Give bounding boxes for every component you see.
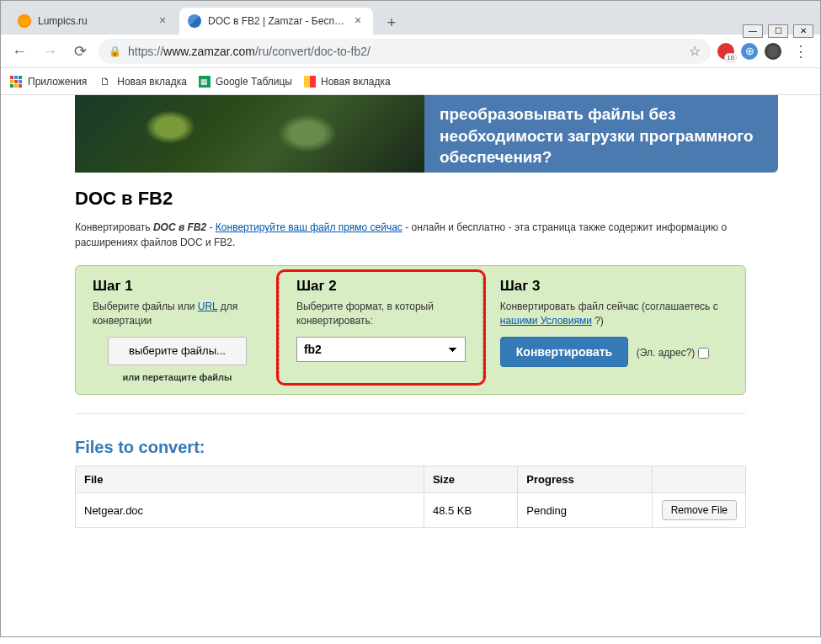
url-text: https://www.zamzar.com/ru/convert/doc-to… xyxy=(128,45,682,58)
format-select[interactable]: fb2 xyxy=(296,337,466,362)
banner-text: преобразовывать файлы без необходимости … xyxy=(424,95,778,173)
convert-button[interactable]: Конвертировать xyxy=(500,337,628,367)
tab-lumpics[interactable]: Lumpics.ru × xyxy=(9,8,178,35)
globe-icon[interactable]: ⊕ xyxy=(741,43,758,60)
cell-size: 48.5 KB xyxy=(424,493,517,528)
hero-banner: преобразовывать файлы без необходимости … xyxy=(75,95,778,173)
browser-window: Lumpics.ru × DOC в FB2 | Zamzar - Беспла… xyxy=(0,0,821,637)
col-file: File xyxy=(76,466,424,493)
page-subtitle: Конвертировать DOC в FB2 - Конвертируйте… xyxy=(75,220,732,250)
close-icon[interactable]: × xyxy=(156,14,169,28)
step-2: Шаг 2 Выберите формат, в который конверт… xyxy=(280,278,483,382)
col-size: Size xyxy=(424,466,517,493)
convert-now-link[interactable]: Конвертируйте ваш файл прямо сейчас xyxy=(216,221,403,233)
svg-rect-4 xyxy=(14,80,18,83)
step-desc: Выберите файлы или URL для конвертации xyxy=(93,300,262,328)
bookmark-label: Приложения xyxy=(28,76,87,88)
tab-title: DOC в FB2 | Zamzar - Бесплатна xyxy=(208,15,348,27)
forward-button[interactable]: → xyxy=(38,40,61,63)
svg-rect-8 xyxy=(19,84,22,88)
page-content: преобразовывать файлы без необходимости … xyxy=(1,95,820,636)
extension-badge: 10 xyxy=(724,53,737,62)
lock-icon: 🔒 xyxy=(109,45,121,57)
cell-filename: Netgear.doc xyxy=(76,493,424,528)
maximize-button[interactable]: ☐ xyxy=(768,24,788,38)
step-1: Шаг 1 Выберите файлы или URL для конверт… xyxy=(76,278,280,382)
svg-rect-6 xyxy=(10,84,13,88)
step-desc: Выберите формат, в который конвертироват… xyxy=(296,300,466,328)
svg-rect-2 xyxy=(19,76,22,79)
page-heading: DOC в FB2 xyxy=(75,188,746,210)
terms-link[interactable]: нашими Условиями xyxy=(500,315,592,327)
close-button[interactable]: ✕ xyxy=(793,24,813,38)
reload-button[interactable]: ⟳ xyxy=(68,40,92,63)
table-row: Netgear.doc 48.5 KB Pending Remove File xyxy=(76,493,746,528)
step-3: Шаг 3 Конвертировать файл сейчас (соглаш… xyxy=(483,278,745,382)
address-bar[interactable]: 🔒 https://www.zamzar.com/ru/convert/doc-… xyxy=(99,39,711,64)
steps-panel: Шаг 1 Выберите файлы или URL для конверт… xyxy=(75,265,746,395)
window-controls: — ☐ ✕ xyxy=(743,24,813,38)
step-title: Шаг 2 xyxy=(296,278,466,295)
svg-rect-1 xyxy=(14,76,18,79)
yandex-icon xyxy=(304,76,316,88)
favicon-lumpics xyxy=(18,14,31,28)
bookmark-label: Google Таблицы xyxy=(216,76,292,88)
bookmark-label: Новая вкладка xyxy=(117,76,187,88)
svg-rect-5 xyxy=(19,80,22,83)
files-table: File Size Progress Netgear.doc 48.5 KB P… xyxy=(75,466,746,528)
files-heading: Files to convert: xyxy=(75,438,746,457)
svg-rect-3 xyxy=(10,80,13,83)
menu-button[interactable]: ⋮ xyxy=(788,42,813,61)
email-checkbox[interactable] xyxy=(698,348,709,359)
drag-hint: или перетащите файлы xyxy=(93,372,262,382)
profile-avatar[interactable] xyxy=(765,43,781,60)
back-button[interactable]: ← xyxy=(8,40,31,63)
col-progress: Progress xyxy=(518,466,652,493)
minimize-button[interactable]: — xyxy=(743,24,763,38)
apps-icon xyxy=(9,75,23,88)
step-title: Шаг 1 xyxy=(93,278,262,295)
extension-icon[interactable]: 10 xyxy=(717,43,734,60)
table-header-row: File Size Progress xyxy=(76,466,746,493)
bookmark-sheets[interactable]: ▦ Google Таблицы xyxy=(199,76,292,88)
svg-rect-7 xyxy=(14,84,18,88)
tab-zamzar[interactable]: DOC в FB2 | Zamzar - Бесплатна × xyxy=(179,8,373,35)
bookmarks-bar: Приложения 🗋 Новая вкладка ▦ Google Табл… xyxy=(1,68,820,95)
bookmark-star-icon[interactable]: ☆ xyxy=(689,43,701,59)
address-row: ← → ⟳ 🔒 https://www.zamzar.com/ru/conver… xyxy=(1,35,820,68)
banner-image xyxy=(75,95,424,173)
close-icon[interactable]: × xyxy=(351,14,365,28)
new-tab-button[interactable]: + xyxy=(380,11,403,35)
choose-files-button[interactable]: выберите файлы... xyxy=(108,337,247,366)
remove-file-button[interactable]: Remove File xyxy=(662,500,737,520)
bookmark-newtab-2[interactable]: Новая вкладка xyxy=(304,76,391,88)
step-desc: Конвертировать файл сейчас (соглашаетесь… xyxy=(500,300,728,328)
sheets-icon: ▦ xyxy=(199,76,211,88)
cell-progress: Pending xyxy=(518,493,652,528)
bookmark-apps[interactable]: Приложения xyxy=(9,75,87,88)
svg-rect-0 xyxy=(10,76,13,79)
tabs-row: Lumpics.ru × DOC в FB2 | Zamzar - Беспла… xyxy=(1,1,820,35)
url-link[interactable]: URL xyxy=(198,301,218,312)
email-label: (Эл. адрес?) xyxy=(637,347,709,359)
separator xyxy=(75,413,746,414)
col-actions xyxy=(652,466,745,493)
step-title: Шаг 3 xyxy=(500,278,728,295)
page-icon: 🗋 xyxy=(99,75,112,88)
bookmark-newtab-1[interactable]: 🗋 Новая вкладка xyxy=(99,75,187,88)
tab-title: Lumpics.ru xyxy=(38,15,152,27)
bookmark-label: Новая вкладка xyxy=(321,76,391,88)
favicon-zamzar xyxy=(188,14,201,28)
